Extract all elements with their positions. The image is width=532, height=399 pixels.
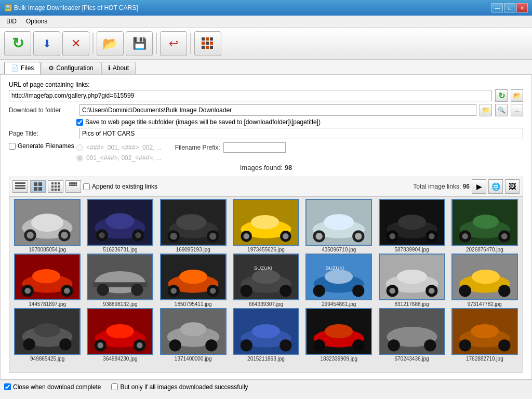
list-item[interactable]: 938898132.jpg xyxy=(84,254,156,307)
more-button[interactable]: ... xyxy=(511,104,523,116)
svg-point-70 xyxy=(397,215,425,230)
svg-point-115 xyxy=(397,270,427,284)
url-refresh-button[interactable]: ↻ xyxy=(495,89,508,102)
svg-point-87 xyxy=(25,288,31,294)
svg-rect-23 xyxy=(55,189,57,191)
svg-rect-26 xyxy=(71,182,73,184)
close-button[interactable]: ✕ xyxy=(516,3,528,12)
save-checkbox-label: Save to web page title subfolder (images… xyxy=(85,118,321,126)
view-small-icon-button[interactable] xyxy=(65,180,81,193)
open-folder-button[interactable]: 📂 xyxy=(97,31,124,56)
generate-checkbox[interactable] xyxy=(9,143,16,150)
toolbar-separator-2 xyxy=(156,33,157,54)
browse-button[interactable]: 📁 xyxy=(480,104,492,116)
list-item[interactable]: 435096710.jpg xyxy=(303,199,375,252)
only-checkbox[interactable] xyxy=(111,383,118,390)
svg-point-132 xyxy=(106,324,134,338)
svg-point-88 xyxy=(64,288,70,294)
radio-format-1[interactable] xyxy=(76,144,83,151)
image-filename: 1973455626.jpg xyxy=(247,247,285,252)
svg-point-155 xyxy=(424,339,436,351)
revert-button[interactable]: ↩ xyxy=(160,31,187,56)
list-item[interactable]: 973147782.jpg xyxy=(449,254,521,307)
svg-rect-28 xyxy=(75,182,77,184)
download-input[interactable] xyxy=(79,104,476,116)
svg-point-59 xyxy=(243,233,249,240)
radio-label-1: <###>_001, <###>_002, ... xyxy=(86,144,162,151)
maximize-button[interactable]: □ xyxy=(504,3,515,12)
toolbar: ↻ ⬇ ✕ 📂 💾 ↩ xyxy=(0,28,532,60)
svg-point-106 xyxy=(280,285,291,297)
minimize-button[interactable]: — xyxy=(491,3,503,12)
image-filename: 1762882710.jpg xyxy=(466,356,503,362)
list-item[interactable]: 364984230.jpg xyxy=(84,308,156,362)
list-item[interactable]: 949865425.jpg xyxy=(11,308,83,362)
save-button[interactable]: 💾 xyxy=(126,31,153,56)
tab-files[interactable]: 📄 Files xyxy=(4,62,41,74)
list-item[interactable]: 1973455626.jpg xyxy=(230,199,302,252)
list-item[interactable]: 1762882710.jpg xyxy=(449,308,521,362)
svg-point-38 xyxy=(26,232,34,239)
play-button[interactable]: ▶ xyxy=(472,179,486,194)
svg-point-124 xyxy=(498,285,510,297)
menu-bid[interactable]: BID xyxy=(2,17,21,26)
tab-configuration[interactable]: ⚙ Configuration xyxy=(42,62,100,74)
view-large-icon-button[interactable] xyxy=(30,180,46,193)
append-checkbox[interactable] xyxy=(83,183,90,190)
list-item[interactable]: 831217688.jpg xyxy=(376,254,447,307)
url-folder-button[interactable]: 📂 xyxy=(511,89,523,102)
gallery-container[interactable]: 1670085054.jpg516236731.jpg169095193.jpg… xyxy=(9,196,523,373)
list-item[interactable]: 1371400000.jpg xyxy=(157,308,229,362)
app-icon: 🖼️ xyxy=(4,4,12,11)
close-checkbox[interactable] xyxy=(4,383,11,390)
svg-point-84 xyxy=(32,269,60,283)
close-label: Close when download complete xyxy=(13,383,101,391)
svg-rect-8 xyxy=(210,46,213,49)
list-item[interactable]: 2026876470.jpg xyxy=(449,199,521,252)
thumbnail-button[interactable]: 🖼 xyxy=(505,179,520,194)
web-button[interactable]: 🌐 xyxy=(488,179,503,194)
list-item[interactable]: 670243436.jpg xyxy=(376,308,447,362)
list-item[interactable]: 2015211863.jpg xyxy=(230,308,302,362)
radio-row-1: <###>_001, <###>_002, ... Filename Prefi… xyxy=(76,142,523,153)
list-item[interactable]: 1670085054.jpg xyxy=(11,199,83,252)
generate-row: Generate Filenames <###>_001, <###>_002,… xyxy=(9,142,523,162)
list-item[interactable]: 516236731.jpg xyxy=(84,199,156,252)
url-input[interactable] xyxy=(9,90,492,101)
window-controls[interactable]: — □ ✕ xyxy=(491,3,528,12)
grid-button[interactable] xyxy=(194,31,221,56)
tab-about[interactable]: ℹ About xyxy=(101,62,136,74)
radio-format-2[interactable] xyxy=(76,155,83,162)
generate-checkbox-row: Generate Filenames xyxy=(9,142,76,150)
svg-rect-9 xyxy=(15,182,25,184)
info-icon: ℹ xyxy=(108,64,111,72)
svg-point-49 xyxy=(176,214,206,230)
page-title-label: Page Title: xyxy=(9,130,76,137)
view-medium-icon-button[interactable] xyxy=(48,180,63,193)
menu-options[interactable]: Options xyxy=(22,17,51,26)
view-list-button[interactable] xyxy=(12,180,28,193)
list-item[interactable]: SUZUKI299454861.jpg xyxy=(303,254,375,307)
list-item[interactable]: SUZUKI664339307.jpg xyxy=(230,254,302,307)
svg-point-77 xyxy=(473,215,499,229)
image-filename: 435096710.jpg xyxy=(322,247,356,252)
svg-rect-30 xyxy=(71,184,73,186)
image-filename: 169095193.jpg xyxy=(176,247,210,252)
stop-button[interactable]: ✕ xyxy=(62,31,89,56)
list-item[interactable]: 1832339909.jpg xyxy=(303,308,375,362)
page-title-input[interactable] xyxy=(79,128,523,139)
refresh-button[interactable]: ↻ xyxy=(4,31,31,56)
svg-point-81 xyxy=(501,233,508,240)
list-item[interactable]: 587839904.jpg xyxy=(376,199,447,252)
svg-point-67 xyxy=(355,233,362,240)
list-item[interactable]: 169095193.jpg xyxy=(157,199,229,252)
list-item[interactable]: 1850795411.jpg xyxy=(157,254,229,307)
save-checkbox[interactable] xyxy=(76,119,83,126)
download-button[interactable]: ⬇ xyxy=(33,31,60,56)
svg-rect-11 xyxy=(15,188,25,189)
images-found: Images found: 98 xyxy=(9,164,523,171)
filename-prefix-input[interactable] xyxy=(223,142,286,153)
search-button[interactable]: 🔍 xyxy=(495,104,508,116)
svg-point-150 xyxy=(313,339,325,351)
list-item[interactable]: 1445781897.jpg xyxy=(11,254,83,307)
